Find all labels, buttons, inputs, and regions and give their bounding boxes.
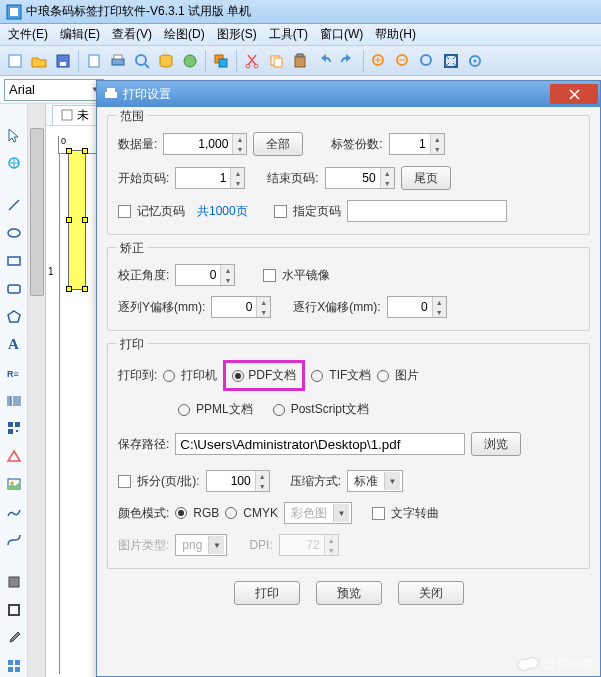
cut-icon[interactable] [241, 50, 263, 72]
menu-draw[interactable]: 绘图(D) [160, 24, 209, 45]
svg-rect-2 [9, 55, 21, 67]
data-amount-input[interactable] [164, 134, 232, 154]
document-tab[interactable]: 未 [52, 105, 98, 125]
open-icon[interactable] [28, 50, 50, 72]
undo-icon[interactable] [313, 50, 335, 72]
menu-help[interactable]: 帮助(H) [371, 24, 420, 45]
menu-window[interactable]: 窗口(W) [316, 24, 367, 45]
browse-button[interactable]: 浏览 [471, 432, 521, 456]
new-icon[interactable] [4, 50, 26, 72]
zoom-out-icon[interactable] [392, 50, 414, 72]
preview-icon[interactable] [131, 50, 153, 72]
angle-spin[interactable]: ▲▼ [175, 264, 235, 286]
last-page-button[interactable]: 尾页 [401, 166, 451, 190]
paste-icon[interactable] [289, 50, 311, 72]
close-dialog-button[interactable]: 关闭 [398, 581, 464, 605]
preview-button[interactable]: 预览 [316, 581, 382, 605]
y-offset-input[interactable] [212, 297, 256, 317]
data-amount-spin[interactable]: ▲▼ [163, 133, 247, 155]
menu-edit[interactable]: 编辑(E) [56, 24, 104, 45]
curve-tool-icon[interactable] [3, 501, 25, 523]
print-icon[interactable] [107, 50, 129, 72]
close-button[interactable] [550, 84, 598, 104]
image-tool-icon[interactable] [3, 473, 25, 495]
save-icon[interactable] [52, 50, 74, 72]
rgb-radio[interactable] [175, 507, 187, 519]
vertical-scrollbar[interactable] [28, 104, 46, 677]
zoom-in-icon[interactable] [368, 50, 390, 72]
text-curve-checkbox[interactable] [372, 507, 385, 520]
scroll-thumb[interactable] [30, 128, 44, 296]
menu-shape[interactable]: 图形(S) [213, 24, 261, 45]
ellipse-tool-icon[interactable] [3, 222, 25, 244]
copy-icon[interactable] [265, 50, 287, 72]
start-page-input[interactable] [176, 168, 230, 188]
generate-icon[interactable] [179, 50, 201, 72]
mirror-checkbox[interactable] [263, 269, 276, 282]
database-icon[interactable] [155, 50, 177, 72]
font-family-select[interactable]: Arial ▼ [4, 79, 104, 101]
x-offset-input[interactable] [388, 297, 432, 317]
start-page-spin[interactable]: ▲▼ [175, 167, 245, 189]
split-spin[interactable]: ▲▼ [206, 470, 270, 492]
qrcode-tool-icon[interactable] [3, 418, 25, 440]
remember-page-checkbox[interactable] [118, 205, 131, 218]
fullscreen-icon[interactable] [440, 50, 462, 72]
line-tool-icon[interactable] [3, 194, 25, 216]
doc-settings-icon[interactable] [83, 50, 105, 72]
pan-tool-icon[interactable] [3, 152, 25, 174]
menu-file[interactable]: 文件(E) [4, 24, 52, 45]
printer-radio[interactable] [163, 370, 175, 382]
eyedropper-tool-icon[interactable] [3, 627, 25, 649]
split-input[interactable] [207, 471, 255, 491]
end-page-spin[interactable]: ▲▼ [325, 167, 395, 189]
adjust-group: 矫正 校正角度: ▲▼ 水平镜像 逐列Y偏移(mm): ▲▼ 逐行X偏移(mm)… [107, 247, 590, 331]
fill-tool-icon[interactable] [3, 571, 25, 593]
y-offset-label: 逐列Y偏移(mm): [118, 299, 205, 316]
layers-icon[interactable] [210, 50, 232, 72]
triangle-tool-icon[interactable] [3, 445, 25, 467]
dialog-titlebar[interactable]: 打印设置 [97, 81, 600, 107]
all-button[interactable]: 全部 [253, 132, 303, 156]
postscript-label: PostScript文档 [291, 401, 370, 418]
compress-select[interactable]: 标准▼ [347, 470, 403, 492]
y-offset-spin[interactable]: ▲▼ [211, 296, 271, 318]
redo-icon[interactable] [337, 50, 359, 72]
print-settings-dialog: 打印设置 范围 数据量: ▲▼ 全部 标签份数: ▲▼ 开始页码: ▲▼ 结束页… [96, 80, 601, 677]
barcode-tool-icon[interactable] [3, 390, 25, 412]
menu-tool[interactable]: 工具(T) [265, 24, 312, 45]
pdf-option-highlight: PDF文档 [223, 360, 305, 391]
app-icon [6, 4, 22, 20]
canvas-label-preview[interactable] [68, 150, 86, 290]
image-radio[interactable] [377, 370, 389, 382]
polygon-tool-icon[interactable] [3, 306, 25, 328]
save-path-input[interactable] [175, 433, 465, 455]
text-tool-icon[interactable]: A [3, 334, 25, 356]
copies-input[interactable] [390, 134, 430, 154]
specify-page-input[interactable] [347, 200, 507, 222]
postscript-radio[interactable] [273, 404, 285, 416]
specify-page-checkbox[interactable] [274, 205, 287, 218]
x-offset-spin[interactable]: ▲▼ [387, 296, 447, 318]
split-checkbox[interactable] [118, 475, 131, 488]
total-pages-link[interactable]: 共1000页 [197, 203, 248, 220]
data-amount-label: 数据量: [118, 136, 157, 153]
bezier-tool-icon[interactable] [3, 529, 25, 551]
stroke-tool-icon[interactable] [3, 599, 25, 621]
rect-tool-icon[interactable] [3, 250, 25, 272]
angle-input[interactable] [176, 265, 220, 285]
pointer-tool-icon[interactable] [3, 124, 25, 146]
tif-radio[interactable] [311, 370, 323, 382]
ppml-radio[interactable] [178, 404, 190, 416]
roundrect-tool-icon[interactable] [3, 278, 25, 300]
zoom-fit-icon[interactable] [416, 50, 438, 72]
end-page-input[interactable] [326, 168, 380, 188]
zoom-actual-icon[interactable] [464, 50, 486, 72]
copies-spin[interactable]: ▲▼ [389, 133, 445, 155]
cmyk-radio[interactable] [225, 507, 237, 519]
print-button[interactable]: 打印 [234, 581, 300, 605]
pdf-radio[interactable] [232, 370, 244, 382]
grid-tool-icon[interactable] [3, 655, 25, 677]
richtext-tool-icon[interactable]: R≡ [3, 362, 25, 384]
menu-view[interactable]: 查看(V) [108, 24, 156, 45]
